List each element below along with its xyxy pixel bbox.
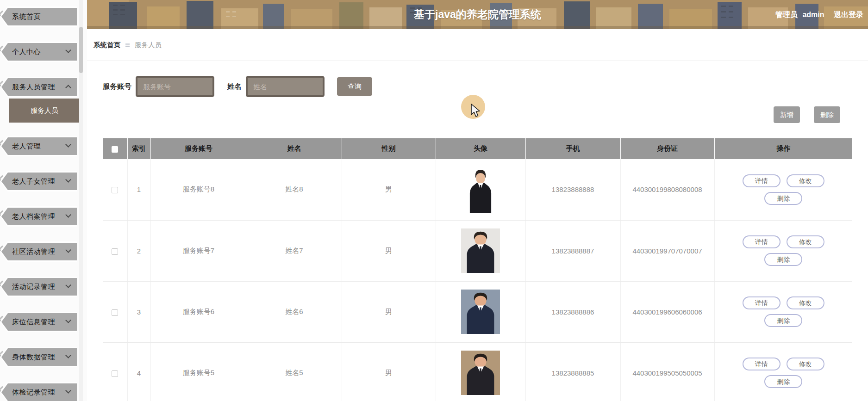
user-role-label: 管理员 xyxy=(775,11,798,19)
select-all-checkbox[interactable] xyxy=(112,146,118,153)
sidebar-item-9[interactable]: 身体数据管理 xyxy=(0,347,77,367)
cell-gender: 男 xyxy=(342,281,436,342)
cell-gender: 男 xyxy=(342,159,436,220)
staff-table: 索引服务账号姓名性别头像手机身份证操作 1服务账号8姓名8男1382388888… xyxy=(103,138,852,401)
header-bar: 基于java的养老院管理系统 管理员 admin 退出登录 xyxy=(87,0,868,29)
edit-button[interactable]: 修改 xyxy=(787,174,824,187)
column-header: 身份证 xyxy=(620,138,714,159)
avatar-image xyxy=(461,228,500,273)
row-delete-button[interactable]: 删除 xyxy=(764,253,802,266)
cell-avatar xyxy=(436,351,525,395)
account-field-label: 服务账号 xyxy=(103,82,131,92)
row-checkbox[interactable] xyxy=(112,309,118,316)
name-input[interactable] xyxy=(246,76,325,97)
avatar-image xyxy=(461,351,500,395)
cell-account: 服务账号6 xyxy=(150,281,247,342)
sidebar-item-3[interactable]: 老人管理 xyxy=(0,136,77,156)
column-header: 操作 xyxy=(714,138,852,159)
mouse-cursor-icon xyxy=(470,104,481,117)
cell-id-card: 440300199606060006 xyxy=(620,281,714,342)
main-area: 基于java的养老院管理系统 管理员 admin 退出登录 系统首页 服务人员 … xyxy=(87,0,868,401)
logout-link[interactable]: 退出登录 xyxy=(834,11,863,19)
sidebar-item-4[interactable]: 老人子女管理 xyxy=(0,171,77,191)
sidebar-item-8[interactable]: 床位信息管理 xyxy=(0,312,77,332)
sidebar-item-label: 身体数据管理 xyxy=(12,347,55,367)
cell-name: 姓名7 xyxy=(247,220,342,281)
edit-button[interactable]: 修改 xyxy=(787,235,824,248)
page-title: 基于java的养老院管理系统 xyxy=(87,0,868,29)
sidebar-item-label: 床位信息管理 xyxy=(12,312,55,332)
add-button[interactable]: 新增 xyxy=(774,106,800,123)
sidebar-item-5[interactable]: 老人档案管理 xyxy=(0,206,77,227)
sidebar-item-label: 老人管理 xyxy=(12,136,41,156)
name-field-label: 姓名 xyxy=(227,82,242,92)
cell-index: 3 xyxy=(127,281,150,342)
sidebar-item-1[interactable]: 个人中心 xyxy=(0,42,77,62)
cell-gender: 男 xyxy=(342,220,436,281)
sidebar-subitem-2-0-active[interactable]: 服务人员 xyxy=(9,99,80,123)
edit-button[interactable]: 修改 xyxy=(787,358,824,370)
avatar-image xyxy=(465,167,496,213)
cell-name: 姓名8 xyxy=(247,159,342,220)
sidebar-item-label: 系统首页 xyxy=(12,6,41,27)
row-checkbox[interactable] xyxy=(112,248,118,255)
detail-button[interactable]: 详情 xyxy=(743,296,781,309)
cell-phone: 13823888885 xyxy=(525,342,620,401)
cell-index: 4 xyxy=(127,342,150,401)
sidebar-item-label: 个人中心 xyxy=(12,42,41,62)
table-row-3: 3服务账号6姓名6男13823888886440300199606060006详… xyxy=(103,281,852,342)
column-header: 手机 xyxy=(525,138,620,159)
row-checkbox[interactable] xyxy=(112,370,118,377)
breadcrumb-separator-icon xyxy=(125,43,130,47)
row-delete-button[interactable]: 删除 xyxy=(764,192,802,205)
column-header: 性别 xyxy=(342,138,436,159)
detail-button[interactable]: 详情 xyxy=(743,358,781,370)
row-delete-button[interactable]: 删除 xyxy=(764,375,802,388)
cell-phone: 13823888886 xyxy=(525,281,620,342)
table-header-row: 索引服务账号姓名性别头像手机身份证操作 xyxy=(103,138,852,159)
breadcrumb: 系统首页 服务人员 xyxy=(87,29,868,61)
cell-avatar xyxy=(436,167,525,213)
account-input[interactable] xyxy=(136,76,214,97)
app-window: 系统首页个人中心服务人员管理服务人员老人管理老人子女管理老人档案管理社区活动管理… xyxy=(0,0,868,401)
cell-index: 1 xyxy=(127,159,150,220)
avatar-image xyxy=(461,290,500,334)
sidebar: 系统首页个人中心服务人员管理服务人员老人管理老人子女管理老人档案管理社区活动管理… xyxy=(0,0,87,401)
breadcrumb-home-link[interactable]: 系统首页 xyxy=(94,41,120,49)
cell-account: 服务账号5 xyxy=(150,342,247,401)
cell-name: 姓名5 xyxy=(247,342,342,401)
cell-gender: 男 xyxy=(342,342,436,401)
query-button[interactable]: 查询 xyxy=(337,77,372,96)
username-label: admin xyxy=(802,11,824,19)
column-header: 姓名 xyxy=(247,138,342,159)
cell-id-card: 440300199707070007 xyxy=(620,220,714,281)
sidebar-item-label: 社区活动管理 xyxy=(12,241,55,262)
edit-button[interactable]: 修改 xyxy=(787,296,824,309)
sidebar-item-label: 服务人员管理 xyxy=(12,77,55,97)
sidebar-item-2[interactable]: 服务人员管理 xyxy=(0,77,77,97)
sidebar-item-6[interactable]: 社区活动管理 xyxy=(0,241,77,262)
sidebar-item-7[interactable]: 活动记录管理 xyxy=(0,277,77,297)
column-header: 索引 xyxy=(127,138,150,159)
cell-name: 姓名6 xyxy=(247,281,342,342)
column-header: 头像 xyxy=(436,138,525,159)
sidebar-item-label: 老人档案管理 xyxy=(12,206,55,227)
sidebar-item-label: 活动记录管理 xyxy=(12,277,55,297)
delete-button[interactable]: 删除 xyxy=(814,106,840,123)
sidebar-item-label: 老人子女管理 xyxy=(12,171,55,191)
detail-button[interactable]: 详情 xyxy=(743,174,781,187)
sidebar-scrollbar-thumb[interactable] xyxy=(79,27,83,73)
table-row-1: 1服务账号8姓名8男13823888888440300199808080008详… xyxy=(103,159,852,220)
cell-index: 2 xyxy=(127,220,150,281)
table-row-4: 4服务账号5姓名5男13823888885440300199505050005详… xyxy=(103,342,852,401)
detail-button[interactable]: 详情 xyxy=(743,235,781,248)
sidebar-item-0[interactable]: 系统首页 xyxy=(0,6,77,27)
row-delete-button[interactable]: 删除 xyxy=(764,314,802,327)
column-header: 服务账号 xyxy=(150,138,247,159)
breadcrumb-current: 服务人员 xyxy=(135,41,162,49)
cell-id-card: 440300199505050005 xyxy=(620,342,714,401)
sidebar-item-10[interactable]: 体检记录管理 xyxy=(0,382,77,401)
cell-account: 服务账号8 xyxy=(150,159,247,220)
row-checkbox[interactable] xyxy=(112,187,118,193)
search-form: 服务账号 姓名 查询 xyxy=(103,76,868,97)
